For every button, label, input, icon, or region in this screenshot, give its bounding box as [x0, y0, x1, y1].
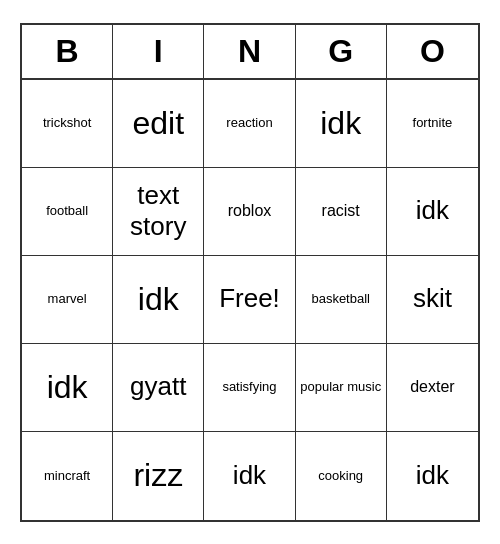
header-letter: B: [22, 25, 113, 78]
cell-text: dexter: [410, 377, 454, 396]
cell-text: rizz: [133, 456, 183, 494]
cell-text: idk: [138, 280, 179, 318]
bingo-cell: dexter: [387, 344, 478, 432]
cell-text: Free!: [219, 283, 280, 314]
cell-text: satisfying: [222, 379, 276, 395]
header-letter: O: [387, 25, 478, 78]
header-letter: G: [296, 25, 387, 78]
cell-text: racist: [322, 201, 360, 220]
cell-text: idk: [320, 104, 361, 142]
bingo-cell: idk: [296, 80, 387, 168]
cell-text: cooking: [318, 468, 363, 484]
bingo-cell: fortnite: [387, 80, 478, 168]
bingo-cell: edit: [113, 80, 204, 168]
cell-text: mincraft: [44, 468, 90, 484]
cell-text: skit: [413, 283, 452, 314]
bingo-cell: marvel: [22, 256, 113, 344]
bingo-cell: idk: [204, 432, 295, 520]
bingo-cell: idk: [22, 344, 113, 432]
bingo-cell: cooking: [296, 432, 387, 520]
cell-text: popular music: [300, 379, 381, 395]
cell-text: fortnite: [413, 115, 453, 131]
cell-text: idk: [233, 460, 266, 491]
bingo-cell: gyatt: [113, 344, 204, 432]
cell-text: gyatt: [130, 371, 186, 402]
cell-text: reaction: [226, 115, 272, 131]
bingo-cell: basketball: [296, 256, 387, 344]
cell-text: idk: [416, 460, 449, 491]
bingo-cell: reaction: [204, 80, 295, 168]
bingo-cell: skit: [387, 256, 478, 344]
bingo-cell: mincraft: [22, 432, 113, 520]
bingo-grid: trickshoteditreactionidkfortnitefootball…: [22, 80, 478, 520]
cell-text: basketball: [311, 291, 370, 307]
bingo-cell: Free!: [204, 256, 295, 344]
cell-text: text story: [117, 180, 199, 242]
bingo-cell: satisfying: [204, 344, 295, 432]
cell-text: idk: [47, 368, 88, 406]
cell-text: idk: [416, 195, 449, 226]
bingo-cell: idk: [387, 432, 478, 520]
header-letter: N: [204, 25, 295, 78]
cell-text: edit: [132, 104, 184, 142]
header-letter: I: [113, 25, 204, 78]
bingo-header: BINGO: [22, 25, 478, 80]
bingo-card: BINGO trickshoteditreactionidkfortnitefo…: [20, 23, 480, 522]
bingo-cell: idk: [387, 168, 478, 256]
cell-text: trickshot: [43, 115, 91, 131]
bingo-cell: text story: [113, 168, 204, 256]
bingo-cell: football: [22, 168, 113, 256]
bingo-cell: rizz: [113, 432, 204, 520]
cell-text: roblox: [228, 201, 272, 220]
cell-text: marvel: [48, 291, 87, 307]
bingo-cell: racist: [296, 168, 387, 256]
bingo-cell: roblox: [204, 168, 295, 256]
bingo-cell: idk: [113, 256, 204, 344]
bingo-cell: trickshot: [22, 80, 113, 168]
cell-text: football: [46, 203, 88, 219]
bingo-cell: popular music: [296, 344, 387, 432]
